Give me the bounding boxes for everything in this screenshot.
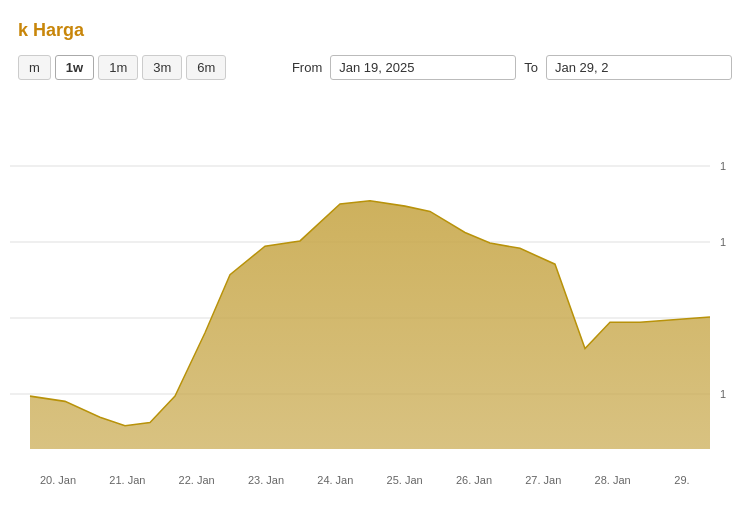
period-btn-1w[interactable]: 1w: [55, 55, 94, 80]
x-label-3: 23. Jan: [246, 474, 286, 486]
controls-row: m 1w 1m 3m 6m From To: [10, 55, 740, 80]
svg-text:1: 1: [720, 388, 726, 400]
x-label-9: 29.: [662, 474, 702, 486]
from-date-input[interactable]: [330, 55, 516, 80]
page-title: k Harga: [10, 20, 740, 41]
x-axis-labels: 20. Jan 21. Jan 22. Jan 23. Jan 24. Jan …: [10, 470, 740, 486]
period-buttons: m 1w 1m 3m 6m: [18, 55, 226, 80]
x-label-7: 27. Jan: [523, 474, 563, 486]
period-btn-3m[interactable]: 3m: [142, 55, 182, 80]
period-btn-6m[interactable]: 6m: [186, 55, 226, 80]
from-label: From: [292, 60, 322, 75]
chart-svg: 1 1 1: [10, 90, 740, 470]
x-label-2: 22. Jan: [177, 474, 217, 486]
period-btn-m[interactable]: m: [18, 55, 51, 80]
svg-text:1: 1: [720, 236, 726, 248]
x-label-4: 24. Jan: [315, 474, 355, 486]
x-label-0: 20. Jan: [38, 474, 78, 486]
x-label-1: 21. Jan: [107, 474, 147, 486]
page-container: k Harga m 1w 1m 3m 6m From To 1 1 1: [0, 0, 750, 507]
chart-area: 1 1 1: [10, 90, 740, 470]
to-label: To: [524, 60, 538, 75]
to-date-input[interactable]: [546, 55, 732, 80]
svg-text:1: 1: [720, 160, 726, 172]
x-label-6: 26. Jan: [454, 474, 494, 486]
x-label-5: 25. Jan: [385, 474, 425, 486]
date-controls: From To: [292, 55, 732, 80]
x-label-8: 28. Jan: [593, 474, 633, 486]
period-btn-1m[interactable]: 1m: [98, 55, 138, 80]
